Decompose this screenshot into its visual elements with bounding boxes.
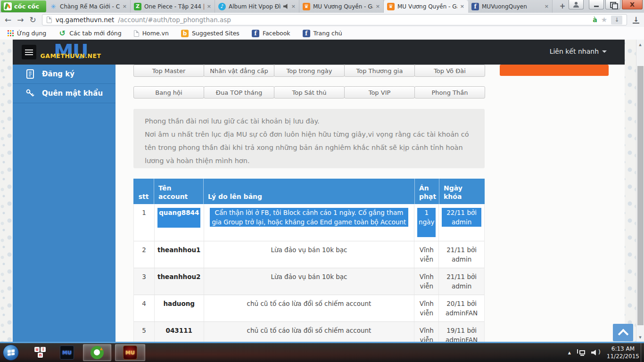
- sidebar: Đăng ký Quên mật khẩu: [13, 65, 116, 342]
- back-icon[interactable]: [5, 16, 11, 24]
- browser-tab[interactable]: MUVuongQuyen: [468, 0, 553, 13]
- bookmark-item[interactable]: Các tab mới đóng: [58, 30, 121, 37]
- orange-banner-button[interactable]: [500, 65, 609, 76]
- scrollbar-down-icon[interactable]: [636, 336, 644, 339]
- sidebar-item-label: Quên mật khẩu: [42, 89, 103, 98]
- top-nav-row-1: Top Master Nhân vật đẳng cấp Top trong n…: [133, 65, 485, 77]
- top-nav-button[interactable]: Top Võ Đài: [414, 65, 485, 77]
- bookmark-label: Ứng dụng: [17, 30, 46, 37]
- browser-tabstrip: cốc cốc Chàng Rể Ma Giới - Chư One Piece…: [0, 0, 644, 13]
- tab-title: MUVuongQuyen: [482, 3, 542, 10]
- taskbar-unikey-button[interactable]: u i n: [27, 344, 54, 361]
- bookmark-icon: [181, 30, 189, 37]
- bookmark-item[interactable]: Ứng dụng: [8, 30, 46, 37]
- cell-stt: 1: [134, 204, 155, 241]
- tab-title: Album Hit Vpop Đình: [229, 3, 281, 10]
- bookmark-label: Home.vn: [142, 30, 169, 37]
- hamburger-menu-icon[interactable]: [22, 45, 36, 59]
- site-header: MU GAMETHUVN.NET Liên kết nhanh: [13, 40, 625, 65]
- tab-close-icon[interactable]: [123, 3, 127, 9]
- profile-button[interactable]: [569, 0, 584, 9]
- table-row[interactable]: 1 quang8844 Cẩn thận lời ở FB, tôi Block…: [134, 204, 484, 241]
- tab-close-icon[interactable]: [207, 3, 211, 9]
- cell-reason: Lừa đảo vụ bán 10k bạc: [204, 268, 415, 295]
- sidebar-item-register[interactable]: Đăng ký: [13, 65, 116, 84]
- volume-icon[interactable]: [591, 349, 601, 356]
- show-desktop-button[interactable]: [641, 343, 644, 362]
- bookmark-item[interactable]: Home.vn: [134, 30, 169, 37]
- taskbar-mu-game-button[interactable]: MU: [115, 344, 145, 361]
- browser-tab[interactable]: Album Hit Vpop Đình: [215, 0, 299, 13]
- taskbar-clock[interactable]: 6:13 AM 11/22/2015: [607, 345, 639, 360]
- top-nav-button[interactable]: Top VIP: [344, 86, 415, 99]
- tab-favicon-icon: [134, 3, 141, 10]
- tab-close-icon[interactable]: [545, 3, 549, 9]
- address-bar[interactable]: vq.gamethuvn.net /account/#auth/top_phon…: [42, 14, 627, 25]
- browser-tab[interactable]: MU Vương Quyền - Gam: [384, 0, 468, 13]
- chevron-down-icon: [602, 50, 607, 53]
- top-nav-button[interactable]: Top Thương gia: [344, 65, 415, 77]
- top-nav-button[interactable]: Bang hội: [133, 86, 204, 99]
- browser-scrollbar[interactable]: [636, 40, 644, 342]
- main-content: Top Master Nhân vật đẳng cấp Top trong n…: [116, 65, 625, 342]
- tab-favicon-icon: [50, 3, 57, 10]
- window-controls: [569, 0, 643, 9]
- cell-date: 19/11 bởi adminFAN: [439, 322, 484, 342]
- restore-button[interactable]: [605, 0, 620, 9]
- cell-stt: 5: [134, 322, 155, 342]
- hidden-icons-arrow-icon[interactable]: [568, 351, 571, 355]
- reload-icon[interactable]: [30, 16, 36, 24]
- cell-account: theanhhou2: [155, 268, 204, 295]
- tab-favicon-icon: [218, 3, 226, 10]
- tab-favicon-icon: [471, 3, 479, 10]
- table-row[interactable]: 3 theanhhou2 Lừa đảo vụ bán 10k bạc Vĩnh…: [134, 268, 484, 295]
- bookmark-item[interactable]: Trang chủ: [303, 30, 342, 37]
- bookmark-icon: [303, 30, 310, 37]
- download-icon[interactable]: [633, 16, 639, 24]
- ime-indicator[interactable]: à: [593, 16, 597, 24]
- bookmark-item[interactable]: Suggested Sites: [181, 30, 239, 37]
- scrollbar-up-icon[interactable]: [636, 43, 644, 47]
- coccoc-menu-button[interactable]: cốc cốc: [1, 0, 46, 12]
- tab-close-icon[interactable]: [460, 3, 464, 9]
- cell-penalty: 1 ngày: [414, 204, 439, 241]
- top-nav-button[interactable]: Top trong ngày: [274, 65, 345, 77]
- taskbar-mu-launcher-button[interactable]: MU: [54, 344, 80, 361]
- network-icon[interactable]: [577, 349, 585, 356]
- browser-tab[interactable]: Chàng Rể Ma Giới - Chư: [46, 0, 131, 13]
- forward-icon[interactable]: [17, 16, 24, 24]
- top-nav-button[interactable]: Nhân vật đẳng cấp: [204, 65, 274, 77]
- tab-close-icon[interactable]: [291, 3, 296, 9]
- key-icon: [25, 88, 35, 99]
- close-button[interactable]: [622, 0, 643, 9]
- cell-reason: chủ cũ tố cáo lừa đổi số chiếm account: [204, 295, 415, 321]
- bookmark-star-icon[interactable]: [601, 16, 607, 24]
- new-tab-button[interactable]: [556, 2, 569, 10]
- browser-tab[interactable]: MU Vương Quyền - Gam: [299, 0, 384, 13]
- cell-stt: 4: [134, 295, 155, 321]
- table-row[interactable]: 5 043111 chủ cũ tố cáo lừa đổi số chiếm …: [134, 322, 484, 342]
- top-nav-button[interactable]: Phong Thần: [414, 86, 485, 99]
- top-nav-button[interactable]: Top Master: [133, 65, 204, 77]
- table-row[interactable]: 2 theanhhou1 Lừa đảo vụ bán 10k bạc Vĩnh…: [134, 241, 484, 268]
- minimize-button[interactable]: [589, 0, 604, 9]
- sidebar-item-forgot-password[interactable]: Quên mật khẩu: [13, 84, 116, 103]
- url-path: /account/#auth/top_phongthan.asp: [118, 16, 589, 24]
- top-nav-button[interactable]: Top Sát thủ: [274, 86, 345, 99]
- table-row[interactable]: 4 haduong chủ cũ tố cáo lừa đổi số chiếm…: [134, 295, 484, 322]
- tab-close-icon[interactable]: [376, 3, 380, 9]
- quick-links-dropdown[interactable]: Liên kết nhanh: [550, 48, 607, 55]
- bookmark-item[interactable]: Facebook: [252, 30, 290, 37]
- taskbar-coccoc-button[interactable]: [83, 344, 111, 361]
- cell-reason: Lừa đảo vụ bán 10k bạc: [204, 241, 415, 268]
- top-nav-button[interactable]: Đua TOP tháng: [204, 86, 274, 99]
- tab-list: Chàng Rể Ma Giới - Chư One Piece - Tập 2…: [46, 0, 553, 13]
- downloads-dropdown-icon[interactable]: [611, 16, 622, 25]
- scrollbar-thumb[interactable]: [637, 66, 644, 325]
- site-logo[interactable]: MU GAMETHUVN.NET: [40, 41, 101, 64]
- scroll-to-top-button[interactable]: [613, 324, 633, 341]
- browser-tab[interactable]: One Piece - Tập 244 | Vi: [131, 0, 215, 13]
- col-header-date: Ngày khóa: [439, 179, 485, 204]
- start-button[interactable]: [3, 345, 19, 361]
- tab-title: One Piece - Tập 244 | Vi: [144, 3, 204, 10]
